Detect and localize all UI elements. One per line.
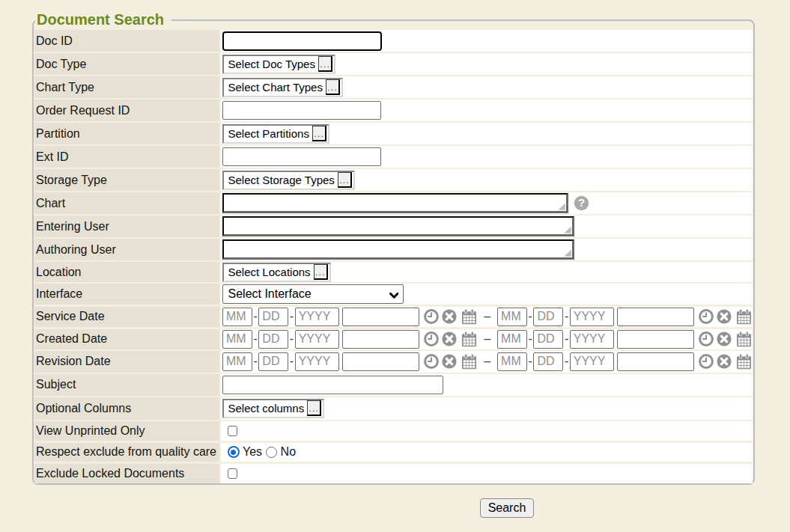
svg-text:?: ? xyxy=(577,196,584,209)
